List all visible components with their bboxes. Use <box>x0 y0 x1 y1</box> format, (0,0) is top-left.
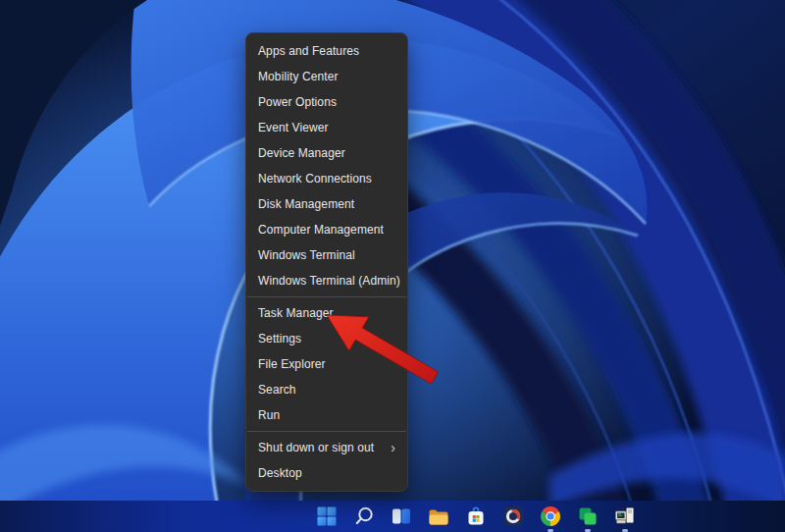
menu-item-label: Search <box>258 383 296 397</box>
menu-item-label: Windows Terminal <box>258 248 355 262</box>
menu-item-power-options[interactable]: Power Options <box>246 89 407 115</box>
start-button-icon[interactable] <box>315 505 339 528</box>
menu-item-label: Computer Management <box>258 223 384 237</box>
menu-item-windows-terminal-admin[interactable]: Windows Terminal (Admin) <box>246 268 407 293</box>
menu-item-device-manager[interactable]: Device Manager <box>246 140 407 166</box>
menu-item-run[interactable]: Run <box>246 402 407 428</box>
menu-item-event-viewer[interactable]: Event Viewer <box>246 115 407 140</box>
legacy-pc-app-icon[interactable] <box>613 505 637 528</box>
menu-item-computer-management[interactable]: Computer Management <box>246 217 407 242</box>
menu-item-label: Shut down or sign out <box>258 441 374 454</box>
menu-item-label: Run <box>258 408 280 422</box>
search-icon[interactable] <box>352 505 376 528</box>
menu-item-label: Network Connections <box>258 172 372 186</box>
task-view-icon[interactable] <box>390 505 413 528</box>
desktop: Apps and Features Mobility Center Power … <box>0 0 785 532</box>
menu-item-label: File Explorer <box>258 357 326 371</box>
menu-item-settings[interactable]: Settings <box>246 326 407 351</box>
menu-divider <box>247 296 406 297</box>
menu-item-task-manager[interactable]: Task Manager <box>246 300 407 326</box>
menu-item-label: Disk Management <box>258 197 354 211</box>
menu-item-disk-management[interactable]: Disk Management <box>246 191 407 217</box>
microsoft-store-icon[interactable] <box>464 505 488 528</box>
winx-context-menu: Apps and Features Mobility Center Power … <box>245 32 408 492</box>
menu-item-label: Settings <box>258 332 301 346</box>
menu-item-network-connections[interactable]: Network Connections <box>246 166 407 191</box>
menu-item-desktop[interactable]: Desktop <box>246 460 407 486</box>
menu-divider <box>247 431 406 432</box>
menu-item-search[interactable]: Search <box>246 377 407 402</box>
menu-item-label: Mobility Center <box>258 70 339 83</box>
menu-item-label: Desktop <box>258 466 302 480</box>
menu-item-label: Event Viewer <box>258 121 329 134</box>
menu-item-label: Task Manager <box>258 306 334 320</box>
menu-item-file-explorer[interactable]: File Explorer <box>246 351 407 377</box>
menu-item-windows-terminal[interactable]: Windows Terminal <box>246 242 407 268</box>
menu-item-label: Apps and Features <box>258 44 359 58</box>
menu-item-apps-and-features[interactable]: Apps and Features <box>246 38 407 64</box>
menu-item-shut-down-or-sign-out[interactable]: Shut down or sign out › <box>246 435 407 460</box>
taskbar-icons <box>315 505 637 528</box>
menu-item-mobility-center[interactable]: Mobility Center <box>246 64 407 89</box>
menu-item-label: Windows Terminal (Admin) <box>258 274 400 288</box>
menu-item-label: Power Options <box>258 95 337 109</box>
menu-item-label: Device Manager <box>258 146 345 160</box>
chrome-icon[interactable] <box>539 505 562 528</box>
ring-app-icon[interactable] <box>501 505 525 528</box>
submenu-chevron-icon: › <box>391 441 395 454</box>
google-chat-icon[interactable] <box>576 505 600 528</box>
file-explorer-icon[interactable] <box>427 505 450 528</box>
taskbar <box>0 501 785 532</box>
